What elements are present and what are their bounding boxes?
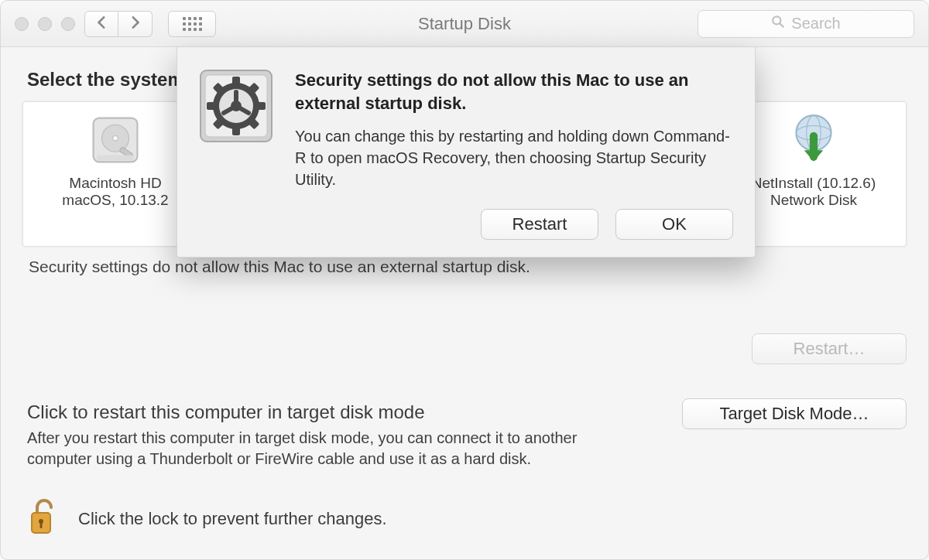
disk-name: NetInstall (10.12.6) [752, 175, 876, 192]
svg-line-1 [780, 24, 783, 27]
chevron-left-icon [98, 16, 106, 32]
minimize-window-button[interactable] [38, 17, 52, 31]
svg-rect-18 [207, 102, 218, 110]
alert-title: Security settings do not allow this Mac … [295, 69, 733, 114]
netboot-globe-icon [790, 112, 838, 171]
grid-icon [183, 17, 202, 31]
restart-button[interactable]: Restart… [752, 333, 907, 364]
unlocked-padlock-icon[interactable] [27, 497, 58, 541]
disk-item-netinstall[interactable]: NetInstall (10.12.6) Network Disk [737, 113, 890, 235]
back-button[interactable] [84, 11, 118, 37]
tdm-description: After you restart this computer in targe… [27, 428, 584, 470]
nav-buttons [84, 11, 153, 37]
toolbar: Startup Disk Search [1, 1, 928, 47]
alert-ok-button[interactable]: OK [615, 209, 733, 240]
search-placeholder: Search [791, 15, 840, 32]
svg-rect-6 [97, 155, 134, 161]
alert-message: You can change this by restarting and ho… [295, 125, 733, 190]
search-icon [771, 15, 785, 32]
alert-restart-button[interactable]: Restart [481, 209, 598, 240]
disk-name: Macintosh HD [69, 175, 161, 192]
target-disk-mode-section: Click to restart this computer in target… [27, 401, 907, 470]
inline-warning-text: Security settings do not allow this Mac … [29, 258, 907, 276]
zoom-window-button[interactable] [61, 17, 75, 31]
window-controls [15, 17, 75, 31]
close-window-button[interactable] [15, 17, 29, 31]
chevron-right-icon [131, 16, 139, 32]
svg-point-4 [113, 136, 118, 142]
svg-rect-12 [40, 522, 43, 528]
disk-subtitle: macOS, 10.13.2 [62, 192, 168, 209]
system-preferences-gear-icon [199, 132, 273, 145]
svg-rect-19 [255, 102, 266, 110]
disk-subtitle: Network Disk [770, 192, 857, 209]
hard-drive-icon [88, 113, 142, 170]
search-input[interactable]: Search [698, 10, 914, 38]
lock-help-text: Click the lock to prevent further change… [78, 509, 387, 529]
lock-row: Click the lock to prevent further change… [27, 497, 387, 541]
security-alert-sheet: Security settings do not allow this Mac … [177, 47, 756, 258]
show-all-prefs-button[interactable] [168, 11, 216, 37]
disk-item-internal[interactable]: Macintosh HD macOS, 10.13.2 [39, 113, 192, 235]
svg-rect-16 [232, 77, 240, 87]
forward-button[interactable] [118, 11, 153, 37]
target-disk-mode-button[interactable]: Target Disk Mode… [682, 398, 907, 429]
svg-rect-17 [232, 125, 240, 135]
system-preferences-window: Startup Disk Search Select the system yo… [0, 0, 929, 560]
